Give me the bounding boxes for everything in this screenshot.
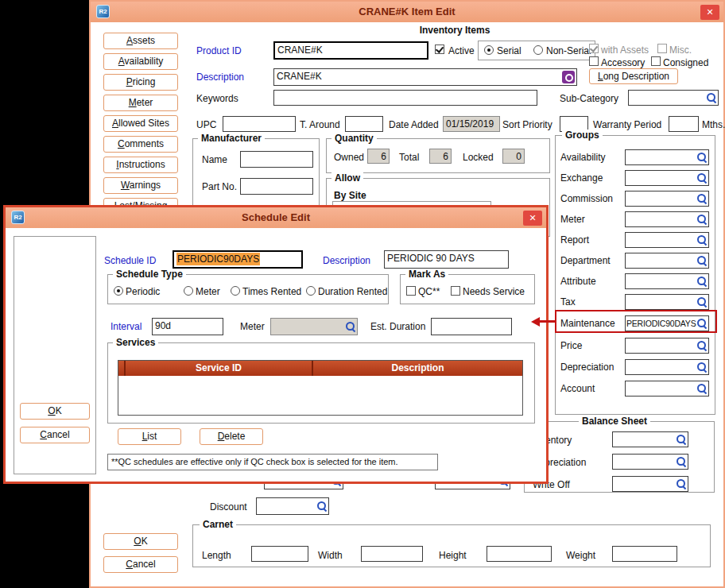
sidebar-button-meter[interactable]: Meter (103, 95, 178, 111)
schedule-id-label[interactable]: Schedule ID (104, 255, 156, 266)
group-field-report[interactable] (625, 232, 709, 248)
search-icon[interactable] (696, 172, 708, 184)
search-icon[interactable] (676, 456, 687, 467)
balance-depreciation-input[interactable] (612, 454, 688, 470)
search-icon[interactable] (696, 276, 708, 287)
meter-radio[interactable] (184, 286, 193, 296)
sidebar-button-allowed-sites[interactable]: Allowed Sites (103, 115, 178, 132)
description-column-header[interactable]: Description (313, 361, 522, 376)
product-id-label[interactable]: Product ID (196, 45, 242, 56)
services-table-body[interactable] (118, 376, 522, 415)
search-icon[interactable] (696, 318, 708, 329)
search-icon[interactable] (676, 434, 687, 445)
search-icon[interactable] (696, 214, 708, 225)
balance-inventory-input[interactable] (612, 431, 688, 447)
manufacturer-part-input[interactable] (240, 178, 313, 195)
active-checkbox[interactable] (435, 44, 444, 54)
search-icon[interactable] (696, 234, 708, 246)
group-field-depreciation[interactable] (625, 359, 709, 375)
group-field-exchange[interactable] (625, 170, 709, 186)
long-description-button[interactable]: Long Description (589, 68, 678, 84)
description-label[interactable]: Description (196, 72, 244, 83)
manufacturer-part-label: Part No. (202, 181, 237, 192)
group-field-department[interactable] (625, 253, 709, 269)
accessory-checkbox[interactable] (589, 56, 599, 66)
serial-radio[interactable] (484, 45, 494, 55)
main-titlebar[interactable]: R2 CRANE#K Item Edit ✕ (91, 2, 723, 22)
group-field-commission[interactable] (625, 191, 709, 207)
owned-value: 6 (367, 149, 390, 164)
upc-input[interactable] (223, 116, 296, 132)
group-field-maintenance[interactable]: PERIODIC90DAYS (625, 315, 709, 331)
search-icon[interactable] (696, 255, 708, 266)
search-icon[interactable] (676, 478, 687, 489)
t-around-input[interactable] (345, 116, 383, 132)
group-field-attribute[interactable] (625, 273, 709, 289)
group-field-price[interactable] (625, 338, 709, 354)
group-field-tax[interactable] (625, 294, 709, 310)
ok-button[interactable]: OK (103, 533, 178, 550)
close-icon[interactable]: ✕ (700, 5, 719, 20)
search-icon[interactable] (696, 152, 708, 163)
group-field-account[interactable] (625, 381, 709, 397)
services-table[interactable]: Service ID Description (118, 360, 523, 416)
with-assets-checkbox[interactable] (589, 44, 599, 53)
sidebar-button-warnings[interactable]: Warnings (103, 177, 178, 194)
service-id-column-header[interactable]: Service ID (126, 361, 313, 376)
sidebar-button-instructions[interactable]: Instructions (103, 157, 178, 173)
schedule-type-title: Schedule Type (113, 269, 186, 280)
search-icon[interactable] (345, 321, 356, 332)
search-icon[interactable] (696, 362, 708, 373)
warranty-period-input[interactable] (669, 116, 699, 132)
cancel-button[interactable]: Cancel (103, 556, 178, 573)
keywords-input[interactable] (273, 90, 537, 106)
non-serial-radio[interactable] (533, 45, 543, 55)
sidebar-button-assets[interactable]: Assets (103, 33, 178, 49)
search-icon[interactable] (696, 383, 708, 394)
periodic-radio[interactable] (114, 286, 123, 296)
carnet-length-input[interactable] (251, 546, 308, 562)
schedule-id-input[interactable]: PERIODIC90DAYS (173, 250, 303, 269)
search-icon[interactable] (696, 296, 708, 308)
close-icon[interactable]: ✕ (523, 211, 542, 226)
group-label-availability: Availability (560, 152, 605, 163)
description-input[interactable]: CRANE#K (273, 68, 577, 86)
carnet-width-input[interactable] (361, 546, 423, 562)
qc-checkbox[interactable] (406, 286, 416, 296)
group-field-meter[interactable] (625, 211, 709, 227)
discount-input[interactable] (256, 497, 329, 515)
interval-input[interactable]: 90d (152, 318, 223, 335)
schedule-description-label[interactable]: Description (323, 255, 370, 266)
balance-writeoff-input[interactable] (612, 476, 688, 492)
duration-rented-radio[interactable] (306, 286, 316, 296)
interval-label[interactable]: Interval (110, 321, 142, 332)
manufacturer-name-input[interactable] (240, 151, 313, 168)
active-label: Active (448, 45, 475, 56)
sub-category-input[interactable] (628, 90, 719, 106)
sidebar-button-comments[interactable]: Comments (103, 136, 178, 153)
carnet-height-input[interactable] (487, 546, 552, 562)
dialog-cancel-button[interactable]: Cancel (20, 427, 90, 443)
search-icon[interactable] (316, 501, 328, 512)
sidebar-button-pricing[interactable]: Pricing (103, 74, 178, 91)
search-icon[interactable] (696, 193, 708, 204)
group-field-availability[interactable] (625, 149, 709, 165)
product-id-input[interactable]: CRANE#K (273, 41, 428, 60)
est-duration-input[interactable] (431, 318, 512, 335)
description-options-icon[interactable] (562, 71, 575, 83)
schedule-description-input[interactable]: PERIODIC 90 DAYS (384, 250, 509, 269)
misc-checkbox[interactable] (657, 44, 667, 53)
search-icon[interactable] (706, 92, 717, 103)
carnet-weight-input[interactable] (612, 546, 677, 562)
group-label-maintenance: Maintenance (560, 318, 615, 329)
consigned-checkbox[interactable] (651, 56, 661, 66)
dialog-ok-button[interactable]: OK (20, 403, 90, 420)
needs-service-checkbox[interactable] (451, 286, 460, 296)
search-icon[interactable] (696, 340, 708, 351)
times-rented-radio[interactable] (231, 286, 240, 296)
dialog-titlebar[interactable]: R2 Schedule Edit ✕ (6, 207, 546, 228)
list-button[interactable]: List (118, 428, 181, 445)
group-label-price: Price (560, 340, 582, 351)
sidebar-button-availability[interactable]: Availability (103, 53, 178, 70)
delete-button[interactable]: Delete (200, 428, 263, 445)
